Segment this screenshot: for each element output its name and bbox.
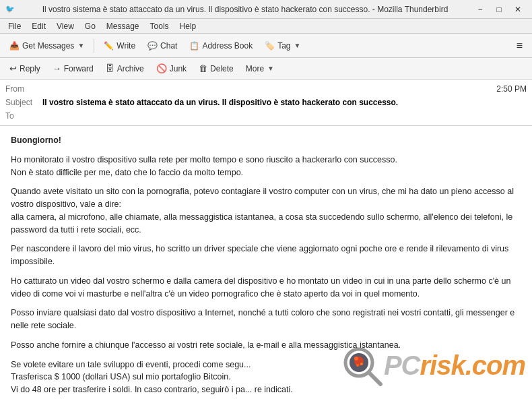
address-book-icon: 📋 [189,41,199,51]
tag-button[interactable]: 🏷️ Tag ▼ [259,36,306,55]
body-paragraph-4: Ho catturato un video dal vostro schermo… [11,275,521,301]
delete-label: Delete [210,64,234,73]
window-title: Il vostro sistema è stato attaccato da u… [19,5,471,14]
menu-view[interactable]: View [51,20,79,32]
more-dropdown-icon: ▼ [267,65,274,72]
delete-icon: 🗑 [199,63,207,73]
hamburger-icon: ≡ [517,40,523,52]
from-label: From [5,84,42,94]
menu-go[interactable]: Go [79,20,101,32]
junk-label: Junk [170,64,187,73]
chat-label: Chat [160,41,177,51]
more-button[interactable]: More ▼ [240,60,279,78]
close-button[interactable]: ✕ [509,3,527,16]
chat-icon: 💬 [147,41,158,51]
menubar: File Edit View Go Message Tools Help [0,19,532,34]
subject-value: Il vostro sistema è stato attaccato da u… [42,98,527,107]
write-icon: ✏️ [104,41,114,51]
address-book-button[interactable]: 📋 Address Book [184,36,258,55]
email-headers: From 2:50 PM Subject Il vostro sistema è… [0,80,532,126]
message-toolbar: ↩ Reply → Forward 🗄 Archive 🚫 Junk 🗑 Del… [0,58,532,80]
more-label: More [246,64,264,73]
body-paragraph-1: Ho monitorato il vostro dispositivo sull… [11,154,521,179]
body-paragraph-6: Posso anche fornire a chiunque l'accesso… [11,339,521,352]
get-messages-dropdown-icon: ▼ [77,42,84,49]
body-paragraph-5: Posso inviare qualsiasi dato dal vostro … [11,307,521,332]
subject-row: Subject Il vostro sistema è stato attacc… [5,96,527,109]
main-toolbar: 📥 Get Messages ▼ ✏️ Write 💬 Chat 📋 Addre… [0,34,532,58]
forward-icon: → [53,63,61,73]
forward-button[interactable]: → Forward [47,60,99,78]
to-label: To [5,111,42,121]
body-paragraph-2: Quando avete visitato un sito con la por… [11,185,521,236]
email-time: 2:50 PM [496,84,527,94]
write-button[interactable]: ✏️ Write [98,36,141,55]
toolbar-separator-1 [94,38,94,53]
get-messages-label: Get Messages [22,41,74,51]
app-icon: 🐦 [5,5,15,13]
menu-edit[interactable]: Edit [26,20,51,32]
hamburger-menu-button[interactable]: ≡ [511,36,528,55]
junk-button[interactable]: 🚫 Junk [151,60,192,78]
reply-icon: ↩ [9,63,17,73]
body-paragraph-0: Buongiorno! [11,134,521,147]
subject-label: Subject [5,98,42,107]
chat-button[interactable]: 💬 Chat [142,36,182,55]
menu-file[interactable]: File [3,20,26,32]
menu-help[interactable]: Help [174,20,202,32]
archive-label: Archive [117,64,144,73]
delete-button[interactable]: 🗑 Delete [193,60,239,78]
body-paragraph-7: Se volete evitare un tale sviluppo di ev… [11,359,521,396]
to-row: To [5,109,527,123]
archive-button[interactable]: 🗄 Archive [100,60,149,78]
get-messages-icon: 📥 [9,41,20,51]
tag-label: Tag [277,41,290,51]
junk-icon: 🚫 [156,63,167,73]
menu-tools[interactable]: Tools [145,20,174,32]
minimize-button[interactable]: − [471,3,489,16]
maximize-button[interactable]: □ [490,3,508,16]
archive-icon: 🗄 [106,63,114,73]
from-row: From 2:50 PM [5,82,527,96]
window-controls: − □ ✕ [471,3,527,16]
tag-dropdown-icon: ▼ [294,42,301,49]
write-label: Write [117,41,135,51]
tag-icon: 🏷️ [265,41,275,51]
body-paragraph-3: Per nascondere il lavoro del mio virus, … [11,243,521,268]
menu-message[interactable]: Message [101,20,145,32]
get-messages-button[interactable]: 📥 Get Messages ▼ [4,36,90,55]
reply-button[interactable]: ↩ Reply [4,60,46,78]
reply-label: Reply [20,64,40,73]
address-book-label: Address Book [202,41,253,51]
titlebar: 🐦 Il vostro sistema è stato attaccato da… [0,0,532,19]
message-body: Buongiorno! Ho monitorato il vostro disp… [0,126,532,401]
forward-label: Forward [64,64,94,73]
